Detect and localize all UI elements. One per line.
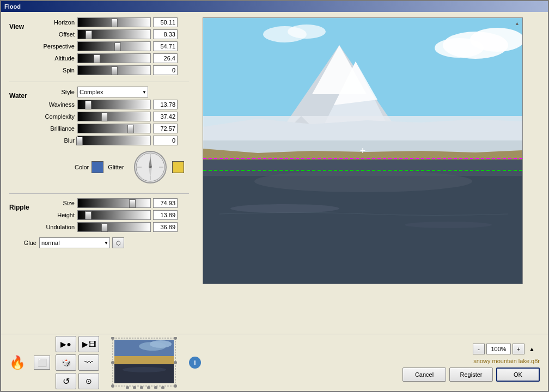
size-thumb[interactable] <box>129 199 136 208</box>
bottom-bar: 🔥 ⬜ ▶● ▶🎞 🎲 〰 ↺ ⊙ <box>1 334 548 391</box>
zoom-value: 100% <box>486 344 511 354</box>
icon-buttons-grid: ▶● ▶🎞 🎲 〰 ↺ ⊙ <box>56 336 99 389</box>
horizon-value[interactable]: 50.11 <box>153 17 178 27</box>
svg-point-49 <box>123 367 166 372</box>
spin-thumb[interactable] <box>111 66 118 75</box>
height-slider[interactable] <box>77 210 151 220</box>
glue-dropdown[interactable]: normal multiply screen overlay <box>39 237 110 248</box>
play-record-button[interactable]: ▶● <box>56 336 76 352</box>
play-record-icon: ▶● <box>60 340 71 348</box>
blur-row: Blur 0 <box>31 136 189 145</box>
offset-value[interactable]: 8.33 <box>153 29 178 39</box>
connect-button[interactable]: ⬡ <box>112 237 124 248</box>
brilliance-slider[interactable] <box>77 124 151 133</box>
glue-dropdown-wrapper: normal multiply screen overlay ▼ <box>39 237 110 248</box>
preview-image[interactable]: + ▲ <box>203 17 523 284</box>
thumbnail-image[interactable] <box>114 340 174 383</box>
minus-icon: - <box>478 346 480 352</box>
size-row: Size 74.93 <box>31 198 189 208</box>
height-thumb[interactable] <box>85 211 91 220</box>
complexity-row: Complexity 37.42 <box>31 112 189 121</box>
height-row: Height 13.89 <box>31 210 189 220</box>
info-button[interactable]: i <box>189 357 201 369</box>
stamp-button[interactable]: ⬜ <box>34 356 50 370</box>
style-label: Style <box>31 89 75 95</box>
connect-icon: ⬡ <box>116 240 121 246</box>
perspective-value[interactable]: 54.71 <box>153 41 178 51</box>
brilliance-row: Brilliance 72.57 <box>31 124 189 133</box>
size-value[interactable]: 74.93 <box>153 198 178 208</box>
wave-button[interactable]: 〰 <box>78 354 99 371</box>
view-params: Horizon 50.11 Offset 8.33 <box>31 17 189 77</box>
zoom-minus-button[interactable]: - <box>473 344 485 354</box>
svg-rect-47 <box>114 356 174 364</box>
complexity-thumb[interactable] <box>101 113 108 121</box>
ring-button[interactable]: ⊙ <box>78 373 99 389</box>
color-swatch-blue[interactable] <box>91 161 103 173</box>
undulation-slider[interactable] <box>77 222 151 232</box>
app-logo-icon: 🔥 <box>9 355 26 370</box>
undulation-value[interactable]: 36.89 <box>153 222 178 232</box>
play-film-icon: ▶🎞 <box>82 340 96 348</box>
cancel-button[interactable]: Cancel <box>402 367 446 382</box>
info-icon: i <box>194 359 196 366</box>
waviness-thumb[interactable] <box>85 101 91 109</box>
ok-button[interactable]: OK <box>496 367 540 382</box>
main-content: View Horizon 50.11 Offset <box>1 12 548 334</box>
blur-thumb[interactable] <box>76 137 83 145</box>
offset-thumb[interactable] <box>86 30 92 39</box>
rotate-button[interactable]: ↺ <box>56 373 76 389</box>
svg-point-38 <box>126 386 129 389</box>
altitude-slider[interactable] <box>77 53 151 63</box>
horizon-slider[interactable] <box>77 17 151 27</box>
thumbnail-svg <box>114 340 174 383</box>
zoom-row: - 100% + ▲ <box>473 344 540 354</box>
water-params: Style Simple Complex Detailed ▼ Wavin <box>31 87 189 189</box>
compass[interactable] <box>134 151 167 183</box>
svg-point-28 <box>405 222 492 228</box>
dice-button[interactable]: 🎲 <box>56 354 76 371</box>
size-slider[interactable] <box>77 198 151 208</box>
horizon-thumb[interactable] <box>111 19 118 27</box>
waviness-value[interactable]: 13.78 <box>153 100 178 109</box>
spin-label: Spin <box>31 67 75 74</box>
ripple-params: Size 74.93 Height 13.89 <box>31 198 189 234</box>
waviness-slider[interactable] <box>77 100 151 109</box>
thumbnail-wrapper <box>107 337 181 389</box>
brilliance-thumb[interactable] <box>127 125 134 133</box>
blur-value[interactable]: 0 <box>153 136 178 145</box>
svg-point-26 <box>254 170 472 192</box>
rotate-icon: ↺ <box>63 376 70 387</box>
blur-slider[interactable] <box>77 136 151 145</box>
style-dropdown[interactable]: Simple Complex Detailed <box>77 87 148 97</box>
right-controls: - 100% + ▲ snowy mountain lake.q8r Cance… <box>402 344 540 382</box>
spin-value[interactable]: 0 <box>153 65 178 75</box>
scroll-up-icon: ▲ <box>529 346 535 352</box>
offset-slider[interactable] <box>77 29 151 39</box>
perspective-thumb[interactable] <box>114 42 121 51</box>
color-swatch-yellow[interactable] <box>172 161 184 173</box>
scroll-up-button[interactable]: ▲ <box>529 346 540 352</box>
perspective-row: Perspective 54.71 <box>31 41 189 51</box>
glue-label: Glue <box>9 240 36 246</box>
altitude-thumb[interactable] <box>94 54 100 63</box>
perspective-slider[interactable] <box>77 41 151 51</box>
play-film-button[interactable]: ▶🎞 <box>78 336 99 352</box>
zoom-plus-button[interactable]: + <box>513 344 524 354</box>
svg-point-27 <box>230 204 339 213</box>
spin-slider[interactable] <box>77 65 151 75</box>
undulation-thumb[interactable] <box>101 223 108 232</box>
perspective-label: Perspective <box>31 43 75 50</box>
svg-point-41 <box>147 386 150 389</box>
altitude-value[interactable]: 26.4 <box>153 53 178 63</box>
complexity-slider[interactable] <box>77 112 151 121</box>
brilliance-value[interactable]: 72.57 <box>153 124 178 133</box>
stamp-icon: ⬜ <box>38 358 47 367</box>
altitude-label: Altitude <box>31 55 75 62</box>
compass-svg <box>135 152 166 182</box>
waviness-row: Waviness 13.78 <box>31 100 189 109</box>
complexity-value[interactable]: 37.42 <box>153 112 178 121</box>
register-button[interactable]: Register <box>449 367 493 382</box>
height-value[interactable]: 13.89 <box>153 210 178 220</box>
svg-marker-7 <box>149 167 152 178</box>
